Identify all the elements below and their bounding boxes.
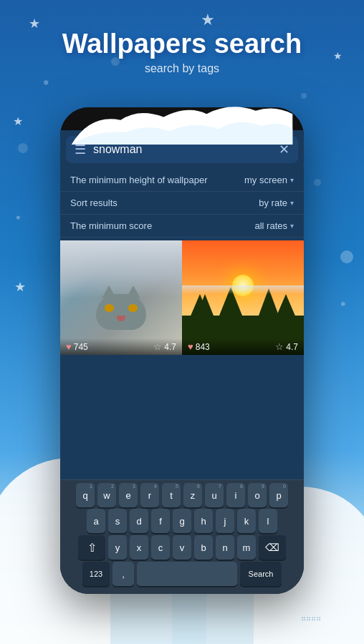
filter-score-text: all rates xyxy=(254,220,287,231)
key-m[interactable]: m xyxy=(237,535,256,560)
key-i[interactable]: 8i xyxy=(226,483,245,507)
filter-score-row: The minimum score all rates ▾ xyxy=(60,215,304,238)
filter-sort-label: Sort results xyxy=(70,197,118,208)
sunset-star-stat: ☆ 4.7 xyxy=(275,341,298,352)
sunset-image xyxy=(182,240,304,355)
keyboard-row-4: 123 , Search xyxy=(63,562,301,586)
bg-star-4: ★ xyxy=(13,114,23,128)
key-x[interactable]: x xyxy=(130,535,148,560)
key-b[interactable]: b xyxy=(194,535,213,560)
image-cell-sunset[interactable]: ♥ 843 ☆ 4.7 xyxy=(182,240,304,355)
key-shift[interactable]: ⇧ xyxy=(78,535,105,560)
filter-score-value[interactable]: all rates ▾ xyxy=(254,220,294,231)
heart-icon-sunset: ♥ xyxy=(188,341,193,352)
sunset-heart-count: 843 xyxy=(196,342,210,352)
sunset-heart-stat: ♥ 843 xyxy=(188,341,210,352)
cat-star-value: 4.7 xyxy=(164,342,176,352)
image-grid: ♥ 745 ☆ 4.7 xyxy=(60,240,304,479)
cat-heart-count: 745 xyxy=(74,342,88,352)
app-subtitle: search by tags xyxy=(0,62,364,75)
hamburger-button[interactable]: ☰ xyxy=(75,142,86,157)
keyboard-row-3: ⇧ y x c v b n m ⌫ xyxy=(63,535,301,560)
key-t[interactable]: 5t xyxy=(162,483,181,507)
notch-center xyxy=(161,107,203,122)
key-space[interactable] xyxy=(137,562,237,586)
key-enter[interactable]: Search xyxy=(240,562,282,586)
phone-screen: ☰ ✕ The minimum height of wallpaper my s… xyxy=(60,130,304,594)
key-d[interactable]: d xyxy=(130,509,148,533)
image-sunset-overlay: ♥ 843 ☆ 4.7 xyxy=(182,338,304,355)
bg-circle-4 xyxy=(340,250,353,263)
sunset-star-value: 4.7 xyxy=(286,342,298,352)
search-clear-button[interactable]: ✕ xyxy=(279,142,289,157)
cat-heart-stat: ♥ 745 xyxy=(66,341,88,352)
app-title: Wallpapers search xyxy=(0,29,364,59)
key-123[interactable]: 123 xyxy=(82,562,110,586)
snowflake-1: ❄ xyxy=(43,79,49,87)
key-f[interactable]: f xyxy=(151,509,170,533)
filter-score-chevron: ▾ xyxy=(290,222,294,230)
image-cell-cat[interactable]: ♥ 745 ☆ 4.7 xyxy=(60,240,182,355)
star-icon-sunset: ☆ xyxy=(275,341,284,352)
heart-icon-cat: ♥ xyxy=(66,341,72,352)
key-v[interactable]: v xyxy=(173,535,191,560)
bg-star-2: ★ xyxy=(201,11,215,29)
key-p[interactable]: 0p xyxy=(269,483,288,507)
search-input[interactable] xyxy=(93,143,279,156)
key-g[interactable]: g xyxy=(173,509,191,533)
key-u[interactable]: 7u xyxy=(205,483,224,507)
key-z[interactable]: 6z xyxy=(183,483,202,507)
bg-circle-3 xyxy=(18,143,28,153)
key-q[interactable]: 1q xyxy=(76,483,95,507)
key-y[interactable]: y xyxy=(108,535,127,560)
bg-circle-5 xyxy=(314,179,321,186)
footprints: ⠶⠶⠶⠶ xyxy=(301,615,321,623)
key-e[interactable]: 3e xyxy=(119,483,138,507)
filter-height-label: The minimum height of wallpaper xyxy=(70,175,207,185)
filter-height-row: The minimum height of wallpaper my scree… xyxy=(60,169,304,192)
filter-height-value[interactable]: my screen ▾ xyxy=(244,175,294,185)
bg-star-5: ★ xyxy=(14,279,26,295)
filter-height-text: my screen xyxy=(244,175,287,185)
filter-height-chevron: ▾ xyxy=(290,176,294,184)
filter-sort-chevron: ▾ xyxy=(290,199,294,207)
header-area: Wallpapers search search by tags xyxy=(0,29,364,75)
snowflake-2: ❄ xyxy=(16,215,21,221)
key-o[interactable]: 9o xyxy=(248,483,267,507)
key-a[interactable]: a xyxy=(87,509,105,533)
key-r[interactable]: 4r xyxy=(140,483,159,507)
key-l[interactable]: l xyxy=(259,509,277,533)
filter-score-label: The minimum score xyxy=(70,220,152,231)
key-s[interactable]: s xyxy=(108,509,127,533)
cat-star-stat: ☆ 4.7 xyxy=(153,341,176,352)
key-n[interactable]: n xyxy=(216,535,234,560)
keyboard: 1q 2w 3e 4r 5t 6z 7u 8i 9o 0p a s d f g … xyxy=(60,479,304,594)
filter-sort-text: by rate xyxy=(259,197,287,208)
cat-image xyxy=(60,240,182,355)
filter-sort-row: Sort results by rate ▾ xyxy=(60,192,304,215)
key-h[interactable]: h xyxy=(194,509,213,533)
bg-circle-2 xyxy=(301,93,307,99)
image-cat-overlay: ♥ 745 ☆ 4.7 xyxy=(60,338,182,355)
key-comma[interactable]: , xyxy=(112,562,134,586)
key-k[interactable]: k xyxy=(237,509,256,533)
key-w[interactable]: 2w xyxy=(97,483,116,507)
search-bar: ☰ ✕ xyxy=(66,136,298,163)
keyboard-row-2: a s d f g h j k l xyxy=(63,509,301,533)
snowflake-3: ❄ xyxy=(340,301,346,308)
filter-sort-value[interactable]: by rate ▾ xyxy=(259,197,294,208)
key-c[interactable]: c xyxy=(151,535,170,560)
key-delete[interactable]: ⌫ xyxy=(259,535,286,560)
star-icon-cat: ☆ xyxy=(153,341,162,352)
phone-notch-bar xyxy=(60,107,304,130)
phone-frame: ☰ ✕ The minimum height of wallpaper my s… xyxy=(60,107,304,594)
key-j[interactable]: j xyxy=(216,509,234,533)
keyboard-row-1: 1q 2w 3e 4r 5t 6z 7u 8i 9o 0p xyxy=(63,483,301,507)
